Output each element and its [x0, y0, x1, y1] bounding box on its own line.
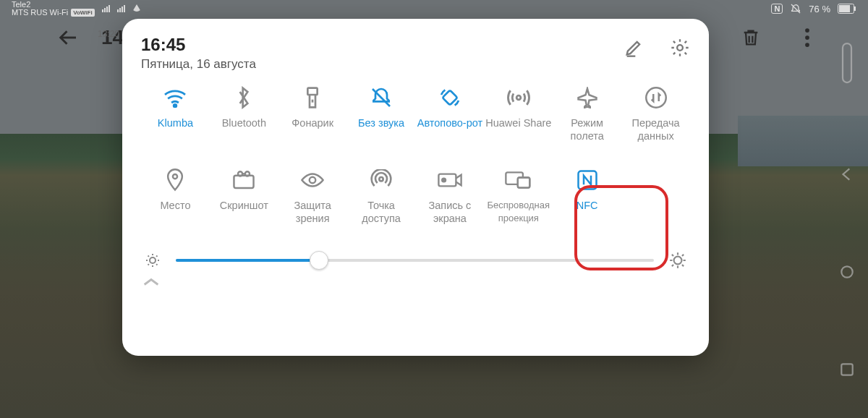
- svg-rect-37: [841, 364, 852, 375]
- tile-label: Беспроводная проекция: [485, 199, 552, 225]
- panel-time: 16:45: [141, 35, 256, 55]
- share-icon: [506, 87, 531, 108]
- nfc-icon: [576, 169, 598, 191]
- tile-location[interactable]: Место: [141, 167, 210, 232]
- tile-bluetooth[interactable]: Bluetooth: [210, 85, 278, 150]
- tile-label: NFC: [576, 199, 598, 212]
- tile-eye-comfort[interactable]: Защита зрения: [278, 167, 347, 232]
- vowifi-badge: VoWiFi: [71, 9, 94, 17]
- cast-icon: [504, 170, 533, 190]
- signal-bars-2-icon: [117, 5, 125, 12]
- svg-rect-18: [443, 90, 458, 106]
- mute-icon: [370, 86, 393, 109]
- edit-icon[interactable]: [624, 38, 644, 58]
- bluetooth-icon: [236, 86, 252, 109]
- svg-rect-30: [518, 177, 529, 187]
- tile-wifi[interactable]: Klumba: [141, 85, 210, 150]
- svg-point-33: [150, 257, 156, 263]
- system-nav-rail: [830, 0, 864, 418]
- tile-autorotate[interactable]: Автопово-рот: [416, 85, 485, 150]
- tile-label: Запись с экрана: [417, 199, 483, 225]
- tile-label: Bluetooth: [222, 116, 266, 129]
- tile-airplane[interactable]: Режим полета: [553, 85, 621, 150]
- tile-mute[interactable]: Без звука: [347, 85, 416, 150]
- app-subtitle: 13:20: [98, 29, 119, 39]
- svg-point-13: [677, 45, 683, 51]
- tile-label: Режим полета: [554, 116, 621, 142]
- quick-settings-panel: 16:45 Пятница, 16 августа Klumba Bluetoo…: [122, 19, 709, 356]
- screenshot-icon: [232, 170, 255, 190]
- tile-mobile-data[interactable]: Передача данных: [621, 85, 690, 150]
- wifi-status-icon: [132, 4, 141, 12]
- tile-label: Huawei Share: [485, 116, 551, 129]
- tile-label: Без звука: [358, 116, 404, 129]
- back-icon[interactable]: [58, 27, 80, 48]
- flashlight-icon: [304, 86, 321, 109]
- screenrecord-icon: [437, 171, 463, 189]
- data-icon: [645, 87, 667, 108]
- tile-label: Передача данных: [623, 116, 689, 142]
- tile-label: Klumba: [158, 116, 193, 129]
- tile-flashlight[interactable]: Фонарик: [278, 85, 347, 150]
- svg-point-11: [805, 43, 809, 47]
- tile-nfc[interactable]: NFC: [553, 167, 621, 232]
- tile-label: Фонарик: [292, 116, 333, 129]
- autorotate-icon: [438, 86, 461, 109]
- mute-status-icon: [790, 3, 801, 14]
- tile-label: Место: [160, 199, 190, 212]
- status-bar: Tele2 MTS RUS Wi-Fi VoWiFi N 76 %: [0, 0, 868, 17]
- brightness-control: [141, 251, 690, 270]
- nav-home-icon[interactable]: [839, 264, 855, 280]
- tile-huawei-share[interactable]: Huawei Share: [484, 85, 553, 150]
- svg-point-19: [516, 95, 521, 100]
- svg-point-34: [674, 257, 682, 265]
- battery-text: 76 %: [809, 4, 830, 14]
- more-icon[interactable]: [804, 27, 810, 48]
- nav-back-icon[interactable]: [839, 166, 855, 182]
- tile-hotspot[interactable]: Точка доступа: [347, 167, 416, 232]
- carrier-2: MTS RUS Wi-Fi: [12, 9, 68, 17]
- svg-point-23: [238, 171, 242, 176]
- brightness-fill: [176, 259, 319, 262]
- svg-point-24: [245, 171, 250, 176]
- svg-point-20: [646, 88, 666, 108]
- location-icon: [166, 169, 184, 192]
- tile-screen-record[interactable]: Запись с экрана: [416, 167, 485, 232]
- panel-date: Пятница, 16 августа: [141, 57, 256, 72]
- svg-point-26: [379, 177, 383, 181]
- eye-icon: [300, 171, 325, 189]
- tile-label: Автопово-рот: [417, 116, 482, 129]
- hotspot-icon: [370, 169, 393, 191]
- svg-point-25: [310, 177, 316, 184]
- svg-rect-35: [843, 43, 851, 82]
- svg-point-10: [805, 35, 809, 40]
- brightness-high-icon: [668, 251, 687, 270]
- svg-point-36: [841, 266, 852, 277]
- tile-label: Защита зрения: [279, 199, 346, 225]
- airplane-icon: [576, 87, 598, 108]
- brightness-low-icon: [144, 252, 161, 269]
- chevron-up-icon: [141, 277, 161, 287]
- tile-label: Скриншот: [220, 199, 268, 212]
- tile-label: Точка доступа: [348, 199, 414, 225]
- svg-rect-22: [234, 176, 254, 188]
- brightness-thumb[interactable]: [310, 251, 328, 270]
- svg-point-21: [173, 174, 177, 179]
- brightness-slider[interactable]: [176, 259, 654, 262]
- nav-volume-icon[interactable]: [840, 41, 854, 85]
- svg-rect-15: [308, 88, 318, 95]
- tiles-grid: Klumba Bluetooth Фонарик Без звука Автоп…: [141, 85, 690, 232]
- panel-handle[interactable]: [141, 277, 690, 287]
- tile-screenshot[interactable]: Скриншот: [210, 167, 278, 232]
- signal-bars-1-icon: [102, 5, 110, 12]
- nav-recent-icon[interactable]: [839, 362, 855, 378]
- svg-point-14: [174, 104, 177, 107]
- svg-point-9: [805, 28, 809, 33]
- wifi-icon: [163, 88, 187, 108]
- trash-icon[interactable]: [741, 27, 761, 48]
- tile-wireless-projection[interactable]: Беспроводная проекция: [484, 167, 553, 232]
- nfc-status-icon: N: [771, 4, 783, 14]
- gear-icon[interactable]: [670, 38, 690, 58]
- svg-point-28: [442, 179, 446, 182]
